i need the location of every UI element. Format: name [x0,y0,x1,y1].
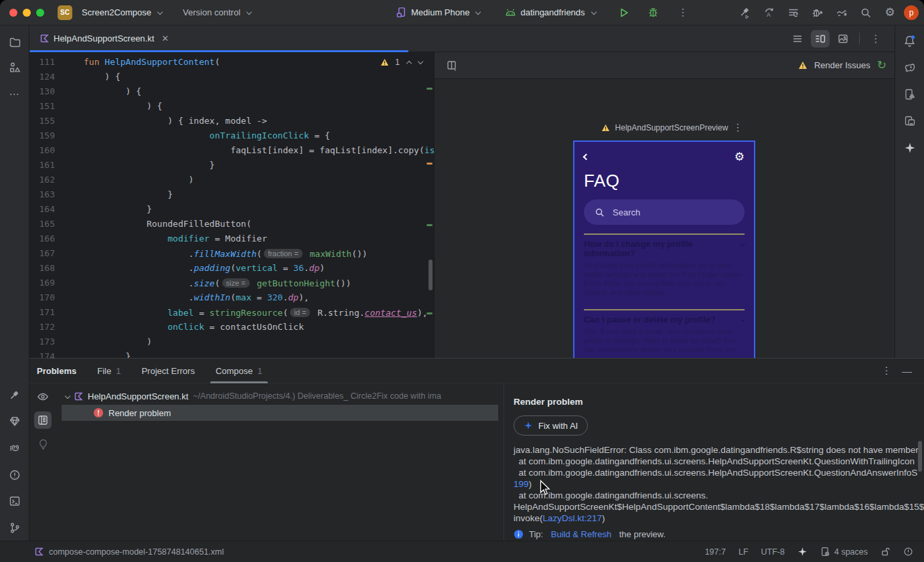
caret-position[interactable]: 197:7 [705,547,726,557]
gemini-status-icon[interactable] [797,547,807,557]
ai-rename-icon[interactable]: A [759,3,779,22]
device-manager-icon[interactable] [900,111,920,131]
tab-helpandsupportscreen[interactable]: HelpAndSupportScreen.kt ✕ [29,25,175,52]
minimize-window-button[interactable] [23,9,31,17]
code-line-124[interactable]: 124 ) { [29,70,434,84]
code-line-155[interactable]: 155 ) { index, model -> [29,114,434,128]
close-window-button[interactable] [9,9,17,17]
tab-compose[interactable]: Compose1 [216,359,262,383]
indent-setting[interactable]: 4 spaces [820,547,868,557]
settings-icon[interactable]: ⚙ [880,3,900,22]
app-quality-insights-icon[interactable] [5,411,25,432]
refresh-preview-icon[interactable]: ↻ [877,60,887,71]
build-icon[interactable] [735,3,755,22]
preview-layout-icon[interactable] [443,57,461,74]
code-line-166[interactable]: 166 modifier = Modifier [29,231,434,246]
next-problem-icon[interactable] [418,59,423,64]
logcat-tool-icon[interactable] [5,438,25,458]
preview-frame[interactable]: ⚙ FAQ Search How do I change my profile … [573,140,755,381]
run-button[interactable] [614,3,634,22]
code-editor[interactable]: 111fun HelpAndSupportContent(124 ) {130 … [29,52,434,358]
run-configuration-selector[interactable]: datingandfriends [501,5,600,20]
code-line-165[interactable]: 165 RoundedFilledButton( [29,217,434,231]
code-line-164[interactable]: 164 } [29,202,434,217]
project-tool-icon[interactable] [5,32,25,52]
status-file[interactable]: compose-compose-model-1758748140651.xml [0,547,224,557]
quick-fix-bulb-icon[interactable] [34,436,52,453]
device-streaming-icon[interactable] [832,3,852,22]
profiler-icon[interactable] [807,3,828,22]
design-mode-button[interactable] [834,30,852,48]
trace-link[interactable]: 199 [514,479,529,489]
file-encoding[interactable]: UTF-8 [761,547,785,557]
error-stripe-mark[interactable] [427,224,433,226]
device-selector[interactable]: Medium Phone [392,4,485,21]
write-access-lock-icon[interactable] [880,547,891,557]
user-avatar[interactable]: p [904,5,919,20]
project-selector[interactable]: Screen2Compose [78,5,167,20]
code-line-167[interactable]: 167 .fillMaxWidth(fraction = maxWidth()) [29,246,434,261]
structure-tool-icon[interactable] [5,58,25,78]
tab-project-errors[interactable]: Project Errors [141,359,194,383]
panel-options-icon[interactable]: ⋯ [880,366,893,376]
running-devices-icon[interactable] [900,84,920,104]
render-issues-label[interactable]: Render Issues [814,60,870,70]
editor-scrollbar[interactable] [429,260,433,290]
code-line-172[interactable]: 172 onClick = contactUsOnClick [29,320,434,335]
status-problems-icon[interactable] [903,547,913,557]
code-line-161[interactable]: 161 } [29,158,434,173]
code-line-111[interactable]: 111fun HelpAndSupportContent( [29,55,434,70]
terminal-tool-icon[interactable] [5,491,25,511]
preview-options-icon[interactable]: ⋯ [732,122,744,133]
error-stripe-mark[interactable] [427,163,433,165]
detail-scrollbar[interactable] [918,441,922,472]
tab-file[interactable]: File1 [97,359,121,383]
inspections-widget[interactable]: 1 [376,56,427,68]
hide-panel-icon[interactable]: — [902,365,912,377]
tree-file-row[interactable]: HelpAndSupportScreen.kt ~/AndroidStudioP… [66,388,504,404]
gemini-icon[interactable] [900,138,920,158]
code-mode-button[interactable] [788,30,807,48]
stack-trace-line: HelpAndSupportScreenKt$HelpAndSupportCon… [514,501,924,512]
more-tool-windows-icon[interactable]: ⋯ [5,84,25,104]
show-details-icon[interactable] [34,411,52,429]
vcs-selector[interactable]: Version control [179,5,256,20]
more-run-actions-button[interactable]: ⋯ [673,3,693,22]
tree-error-row[interactable]: ! Render problem [62,405,498,421]
error-stripe-mark[interactable] [427,88,433,90]
code-line-168[interactable]: 168 .padding(vertical = 36.dp) [29,261,434,276]
stack-trace-line: java.lang.NoSuchFieldError: Class com.ib… [514,444,924,456]
debug-button[interactable] [643,3,664,22]
error-stripe-mark[interactable] [427,312,433,314]
gradle-tool-icon[interactable] [900,58,920,78]
code-line-169[interactable]: 169 .size(size = getButtonHeight()) [29,276,434,290]
preview-name-label[interactable]: HelpAndSupportScreenPreview [615,123,728,132]
split-mode-button[interactable] [811,30,830,48]
code-line-173[interactable]: 173 ) [29,335,434,349]
code-line-159[interactable]: 159 onTrailingIconClick = { [29,128,434,143]
code-line-174[interactable]: 174 } [29,349,434,358]
search-everywhere-icon[interactable] [856,3,876,22]
trace-link[interactable]: LazyDsl.kt:217 [543,513,603,523]
build-tool-icon[interactable] [5,385,25,405]
code-line-170[interactable]: 170 .widthIn(max = 320.dp), [29,290,434,305]
tab-problems[interactable]: Problems [37,359,76,383]
line-separator[interactable]: LF [739,547,749,557]
build-refresh-link[interactable]: Build & Refresh [551,529,611,539]
previous-problem-icon[interactable] [406,60,412,66]
code-line-160[interactable]: 160 faqList[index] = faqList[index].copy… [29,143,434,158]
code-line-163[interactable]: 163 } [29,187,434,202]
zoom-window-button[interactable] [36,9,44,17]
problems-tool-icon[interactable] [5,465,25,485]
fix-with-ai-button[interactable]: Fix with AI [514,415,588,436]
code-line-130[interactable]: 130 ) { [29,84,434,99]
version-control-tool-icon[interactable] [5,518,25,538]
editor-options-icon[interactable]: ⋮ [866,30,885,48]
view-options-icon[interactable] [34,388,52,405]
close-tab-icon[interactable]: ✕ [161,33,169,43]
code-line-162[interactable]: 162 ) [29,173,434,187]
code-line-171[interactable]: 171 label = stringResource(id = R.string… [29,305,434,320]
code-line-151[interactable]: 151 ) { [29,99,434,114]
notifications-icon[interactable] [900,31,920,51]
task-list-icon[interactable] [783,3,803,22]
